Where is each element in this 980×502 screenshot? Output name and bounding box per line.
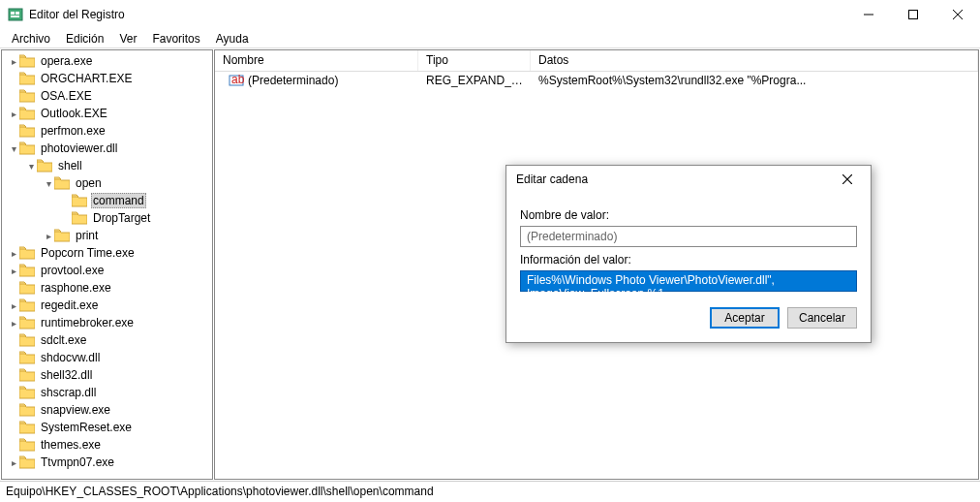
- expand-icon[interactable]: ▸: [8, 109, 19, 119]
- tree-node[interactable]: shell32.dll: [2, 366, 212, 384]
- col-name[interactable]: Nombre: [215, 50, 418, 71]
- tree-node-label: command: [91, 193, 146, 208]
- close-icon: [842, 174, 852, 184]
- list-header: Nombre Tipo Datos: [215, 50, 978, 72]
- tree-node[interactable]: rasphone.exe: [2, 279, 212, 297]
- tree-node[interactable]: ORGCHART.EXE: [2, 70, 212, 87]
- ok-button[interactable]: Aceptar: [710, 307, 780, 329]
- expand-icon[interactable]: ▸: [43, 231, 54, 241]
- folder-icon: [19, 438, 35, 452]
- folder-icon: [19, 316, 35, 329]
- tree-node-label: shdocvw.dll: [39, 351, 102, 364]
- tree-node[interactable]: ▸regedit.exe: [2, 297, 212, 314]
- tree-node-label: provtool.exe: [39, 264, 106, 277]
- tree-node-label: themes.exe: [39, 438, 103, 452]
- svg-rect-3: [11, 16, 19, 17]
- expand-icon[interactable]: ▸: [8, 266, 19, 276]
- cancel-button[interactable]: Cancelar: [787, 307, 857, 329]
- menu-edicion[interactable]: Edición: [58, 30, 111, 47]
- close-button[interactable]: [935, 0, 980, 29]
- tree-node[interactable]: ▸Outlook.EXE: [2, 105, 212, 122]
- value-name: (Predeterminado): [248, 74, 338, 87]
- expand-icon[interactable]: ▸: [8, 300, 19, 311]
- minimize-button[interactable]: [846, 0, 891, 29]
- menu-favoritos[interactable]: Favoritos: [144, 30, 207, 47]
- menu-ayuda[interactable]: Ayuda: [208, 30, 257, 47]
- tree-node-label: print: [74, 229, 100, 242]
- data-input[interactable]: Files%\Windows Photo Viewer\PhotoViewer.…: [520, 270, 857, 292]
- folder-icon: [19, 246, 35, 260]
- folder-icon: [19, 281, 35, 295]
- tree-node-label: OSA.EXE: [39, 89, 94, 103]
- tree-node-label: opera.exe: [39, 54, 94, 68]
- string-value-icon: ab: [229, 73, 244, 88]
- list-row[interactable]: ab(Predeterminado)REG_EXPAND_SZ%SystemRo…: [215, 72, 978, 89]
- tree-node[interactable]: themes.exe: [2, 436, 212, 454]
- folder-icon: [19, 455, 35, 469]
- svg-text:ab: ab: [231, 73, 244, 86]
- folder-icon: [54, 229, 70, 242]
- tree-node-label: shell: [56, 159, 84, 173]
- titlebar: Editor del Registro: [0, 0, 980, 29]
- col-data[interactable]: Datos: [531, 50, 978, 71]
- tree-node[interactable]: ▸runtimebroker.exe: [2, 314, 212, 331]
- edit-string-dialog: Editar cadena Nombre de valor: Informaci…: [505, 165, 872, 343]
- tree-node-label: sdclt.exe: [39, 333, 88, 347]
- expand-icon[interactable]: ▸: [8, 56, 19, 67]
- tree-node-label: Ttvmpn07.exe: [39, 455, 116, 469]
- tree-node-label: Outlook.EXE: [39, 107, 109, 120]
- folder-icon: [19, 386, 35, 399]
- menu-archivo[interactable]: Archivo: [4, 30, 58, 47]
- tree-node[interactable]: shscrap.dll: [2, 384, 212, 401]
- expand-icon[interactable]: ▸: [8, 457, 19, 468]
- tree-node-label: shell32.dll: [39, 368, 94, 382]
- tree-node[interactable]: ▸Ttvmpn07.exe: [2, 454, 212, 471]
- collapse-icon[interactable]: ▾: [8, 143, 19, 154]
- tree-node[interactable]: ▸provtool.exe: [2, 262, 212, 279]
- tree-node[interactable]: command: [2, 192, 212, 209]
- svg-rect-5: [909, 11, 918, 19]
- folder-icon: [19, 368, 35, 382]
- folder-icon: [19, 333, 35, 347]
- name-label: Nombre de valor:: [520, 208, 857, 222]
- tree-node-label: rasphone.exe: [39, 281, 113, 295]
- folder-icon: [19, 264, 35, 277]
- tree-node[interactable]: ▾shell: [2, 157, 212, 174]
- tree-node[interactable]: ▸print: [2, 227, 212, 244]
- col-type[interactable]: Tipo: [418, 50, 531, 71]
- tree-node[interactable]: ▸opera.exe: [2, 52, 212, 70]
- collapse-icon[interactable]: ▾: [43, 178, 54, 189]
- folder-icon: [19, 298, 35, 312]
- tree-node-label: photoviewer.dll: [39, 141, 119, 155]
- expand-icon[interactable]: ▸: [8, 248, 19, 259]
- tree-node[interactable]: ▾photoviewer.dll: [2, 140, 212, 157]
- tree-node[interactable]: DropTarget: [2, 209, 212, 227]
- tree-node[interactable]: shdocvw.dll: [2, 349, 212, 366]
- tree-node[interactable]: OSA.EXE: [2, 87, 212, 105]
- folder-icon: [19, 124, 35, 138]
- folder-icon: [19, 72, 35, 85]
- dialog-title: Editar cadena: [516, 173, 834, 186]
- folder-icon: [19, 89, 35, 103]
- tree-node[interactable]: ▾open: [2, 174, 212, 192]
- tree-node[interactable]: perfmon.exe: [2, 122, 212, 140]
- expand-icon[interactable]: ▸: [8, 318, 19, 329]
- maximize-button[interactable]: [891, 0, 935, 29]
- name-input[interactable]: [520, 226, 857, 247]
- tree-node-label: regedit.exe: [39, 298, 100, 312]
- folder-icon: [19, 421, 35, 434]
- tree-node[interactable]: SystemReset.exe: [2, 419, 212, 436]
- statusbar: Equipo\HKEY_CLASSES_ROOT\Applications\ph…: [0, 481, 980, 500]
- tree-node-label: SystemReset.exe: [39, 421, 134, 434]
- dialog-close-button[interactable]: [834, 166, 861, 193]
- folder-icon: [72, 194, 87, 207]
- tree-node[interactable]: sdclt.exe: [2, 331, 212, 349]
- tree-node-label: Popcorn Time.exe: [39, 246, 137, 260]
- menu-ver[interactable]: Ver: [111, 30, 144, 47]
- tree-node[interactable]: ▸Popcorn Time.exe: [2, 244, 212, 262]
- registry-tree[interactable]: ▸opera.exeORGCHART.EXEOSA.EXE▸Outlook.EX…: [1, 49, 213, 480]
- folder-icon: [54, 176, 70, 190]
- collapse-icon[interactable]: ▾: [25, 161, 37, 172]
- folder-icon: [19, 107, 35, 120]
- tree-node[interactable]: snapview.exe: [2, 401, 212, 419]
